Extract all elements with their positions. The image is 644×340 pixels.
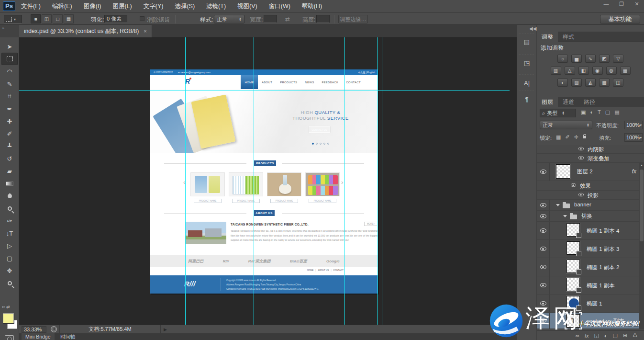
visibility-icon[interactable] (540, 170, 546, 174)
rounded-rectangle-tool[interactable]: ▢ (1, 252, 18, 264)
new-selection-icon[interactable]: ■ (31, 14, 41, 23)
about-more-button[interactable]: MORE+ (364, 222, 378, 226)
layer-name[interactable]: 椭圆 1 (587, 300, 602, 307)
document-size-info[interactable]: 文档:5.77M/85.4M (59, 325, 161, 333)
layer-row-2[interactable]: 图层 2fx (537, 163, 644, 181)
layer-name[interactable]: contact us 副本 (587, 317, 624, 325)
foreground-color-swatch[interactable] (3, 313, 14, 323)
crop-tool[interactable]: ⌗ (1, 90, 18, 102)
layer-name[interactable]: 椭圆 1 副本 4 (587, 227, 619, 235)
toolbar-collapse-corner[interactable]: » (0, 25, 19, 37)
lock-transparency-icon[interactable]: ▦ (556, 134, 561, 140)
character-panel-icon[interactable]: A| (517, 79, 537, 87)
layer-row-5[interactable]: banner (537, 200, 644, 211)
close-tab-icon[interactable]: × (144, 28, 146, 34)
history-brush-tool[interactable]: ↺ (1, 152, 18, 165)
nav-item-contact[interactable]: CONTACT (342, 75, 365, 89)
canvas-area[interactable]: ✆ 0512-82907626 ✉ sara.xu@rongweigroup.c… (19, 37, 517, 325)
product-image-3[interactable] (267, 172, 301, 196)
menu-item-4[interactable]: 文字(Y) (144, 2, 164, 11)
new-layer-icon[interactable]: ⊞ (623, 332, 627, 339)
product-name-button-4[interactable]: PRODUCT NAME (309, 199, 336, 203)
filter-shape-layers-icon[interactable]: ▢ (605, 109, 610, 115)
visibility-icon[interactable] (540, 301, 546, 306)
new-group-icon[interactable]: ▢ (613, 332, 618, 339)
layer-thumbnail[interactable] (566, 260, 580, 273)
visibility-icon[interactable] (578, 147, 584, 151)
menu-item-8[interactable]: 窗口(W) (269, 2, 290, 11)
scroll-up-icon[interactable]: ▲ (640, 164, 643, 167)
visibility-icon[interactable] (540, 228, 546, 233)
carousel-next-arrow[interactable]: › (341, 179, 343, 186)
menu-item-1[interactable]: 编辑(E) (52, 2, 72, 11)
quick-mask-icon[interactable] (5, 335, 14, 340)
bottom-tab-0[interactable]: Mini Bridge (22, 333, 55, 340)
path-selection-tool[interactable]: ▷ (1, 239, 18, 252)
lock-all-icon[interactable] (583, 136, 586, 138)
layer-row-11[interactable]: 椭圆 1 (537, 295, 644, 313)
layer-row-12[interactable]: T⚠contact us 副本 (537, 313, 644, 329)
tab-调整[interactable]: 调整 (537, 32, 558, 42)
quick-selection-tool[interactable]: ✎ (1, 78, 18, 90)
intersect-selection-icon[interactable]: ▦ (64, 14, 74, 23)
visibility-icon[interactable] (540, 265, 546, 269)
filter-type-layers-icon[interactable]: T (598, 109, 601, 115)
dodge-tool[interactable] (1, 202, 18, 215)
layer-thumbnail[interactable] (566, 241, 580, 255)
blur-tool[interactable] (1, 190, 18, 202)
filter-pixel-layers-icon[interactable]: ▣ (581, 109, 586, 115)
status-options-arrow-icon[interactable]: ▶ (164, 327, 167, 332)
nav-item-feedback[interactable]: FEEDBACK (318, 75, 342, 89)
carousel-dot-1[interactable] (316, 143, 318, 145)
default-swap-colors-icon[interactable]: ▪▫ ⇄ (2, 305, 16, 311)
layer-row-1[interactable]: 渐变叠加 (537, 154, 644, 163)
vibrance-icon[interactable]: ▽ (613, 55, 623, 63)
layer-row-7[interactable]: 椭圆 1 副本 4 (537, 222, 644, 240)
tab-通道[interactable]: 通道 (558, 97, 579, 107)
group-name[interactable]: banner (574, 202, 591, 207)
visibility-icon[interactable] (540, 283, 546, 287)
lock-position-icon[interactable]: ✛ (574, 134, 578, 140)
menu-item-2[interactable]: 图像(I) (84, 2, 101, 11)
tab-样式[interactable]: 样式 (558, 32, 579, 42)
document-canvas[interactable]: ✆ 0512-82907626 ✉ sara.xu@rongweigroup.c… (150, 69, 378, 294)
subtract-selection-icon[interactable]: ◻ (53, 14, 63, 23)
layer-row-3[interactable]: 效果 (537, 181, 644, 191)
horizontal-guide-2[interactable] (19, 90, 510, 91)
visibility-icon[interactable] (578, 193, 584, 197)
paragraph-panel-icon[interactable]: ¶ (517, 96, 537, 103)
nav-item-about[interactable]: ABOUT (258, 75, 276, 89)
swap-dimensions-icon[interactable]: ⇄ (285, 16, 290, 23)
color-lookup-icon[interactable]: ▦ (620, 67, 631, 75)
product-image-4[interactable] (305, 172, 340, 196)
clone-stamp-tool[interactable]: ┻ (1, 140, 18, 152)
eraser-tool[interactable]: ▰ (1, 165, 18, 177)
vertical-guide-1[interactable] (185, 37, 186, 325)
add-mask-icon[interactable]: ◱ (594, 332, 599, 339)
antialias-checkbox[interactable] (140, 16, 144, 21)
channel-mixer-icon[interactable]: ◍ (606, 67, 617, 75)
visibility-icon[interactable] (578, 156, 584, 160)
menu-item-0[interactable]: 文件(F) (21, 2, 41, 11)
nav-item-home[interactable]: HOME (241, 75, 258, 89)
width-input[interactable] (264, 15, 277, 23)
layer-thumbnail[interactable]: T (566, 314, 580, 328)
visibility-icon[interactable] (540, 214, 546, 218)
menu-item-6[interactable]: 滤镜(T) (206, 2, 226, 11)
feather-input[interactable]: 0 像素 (104, 15, 127, 23)
layer-row-8[interactable]: 椭圆 1 副本 3 (537, 240, 644, 258)
delete-layer-icon[interactable]: ♺ (633, 332, 637, 339)
bottom-tab-1[interactable]: 时间轴 (56, 333, 79, 340)
minimize-icon[interactable]: — (601, 1, 611, 8)
opacity-value[interactable]: 100%▾ (624, 121, 643, 129)
posterize-icon[interactable]: ▨ (571, 79, 582, 87)
expand-triangle-icon[interactable] (556, 204, 560, 206)
height-input[interactable] (316, 15, 330, 23)
expand-triangle-icon[interactable] (563, 215, 567, 217)
restore-icon[interactable]: ❐ (616, 1, 627, 8)
blend-mode-select[interactable]: 正常▲▼ (540, 121, 592, 129)
vertical-guide-2[interactable] (254, 37, 254, 325)
nav-item-products[interactable]: PRODUCTS (276, 75, 301, 89)
fill-value[interactable]: 100%▾ (624, 133, 643, 142)
filter-adjustment-layers-icon[interactable]: ◐ (590, 109, 593, 115)
